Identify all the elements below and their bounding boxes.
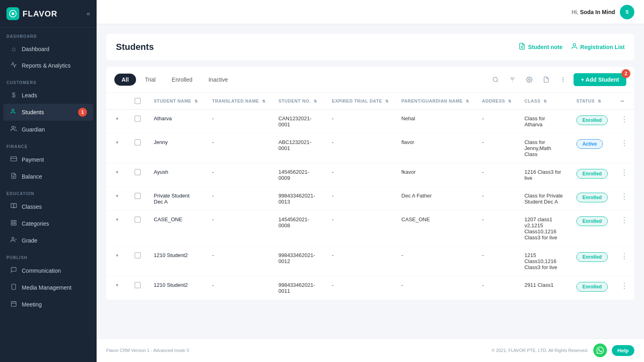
row-menu-button[interactable]: ⋮ [621,192,628,200]
sidebar-item-dashboard[interactable]: ⌂ Dashboard [3,41,93,57]
row-address: - [476,276,518,300]
sidebar-item-grade[interactable]: Grade [3,232,93,249]
sidebar-item-media[interactable]: Media Management [3,280,93,296]
sidebar-item-leads[interactable]: $ Leads [3,88,93,103]
sort-icon: ⇅ [262,99,266,103]
row-parent-guardian: - [395,247,475,276]
sidebar-item-reports[interactable]: Reports & Analytics [3,58,93,74]
expand-icon[interactable]: ▾ [113,193,122,199]
select-all-checkbox[interactable] [134,98,141,104]
table-header-row: STUDENT NAME ⇅ TRANSLATED NAME ⇅ STUDENT… [106,93,634,109]
col-student-name[interactable]: STUDENT NAME ⇅ [147,93,206,109]
help-button[interactable]: Help [612,345,634,356]
sidebar-item-students[interactable]: Students 1 [3,104,93,121]
col-expired-trial[interactable]: EXPIRED TRIAL DATE ⇅ [326,93,395,109]
expand-icon[interactable]: ▾ [113,217,122,222]
sidebar-item-payment[interactable]: Payment [3,152,93,168]
row-menu-button[interactable]: ⋮ [621,216,628,224]
tab-trial[interactable]: Trial [138,74,163,86]
sidebar-item-meeting[interactable]: Meeting [3,296,93,313]
sidebar-item-label: Classes [22,204,42,210]
row-student-name: Jenny [147,134,206,163]
more-options-button[interactable] [557,73,570,86]
settings-button[interactable] [523,73,536,86]
row-address: - [476,187,518,211]
expand-icon[interactable]: ▾ [113,116,122,121]
col-class[interactable]: CLASS ⇅ [518,93,570,109]
sort-icon: ⇅ [508,99,512,103]
sidebar-item-label: Communication [22,267,61,274]
expand-icon[interactable]: ▾ [113,253,122,258]
row-checkbox[interactable] [134,115,141,122]
svg-rect-10 [14,223,16,225]
row-menu-button[interactable]: ⋮ [621,282,628,290]
row-student-name: Ayush [147,163,206,187]
status-badge: Enrolled [576,282,608,292]
row-status: Enrolled [570,163,614,187]
row-checkbox[interactable] [134,193,141,199]
row-checkbox[interactable] [134,252,141,259]
row-checkbox[interactable] [134,282,141,288]
row-student-no: ABC1232021-0001 [272,134,326,163]
col-address[interactable]: ADDRESS ⇅ [476,93,518,109]
row-checkbox[interactable] [134,216,141,223]
search-button[interactable] [489,73,502,86]
expand-icon[interactable]: ▾ [113,140,122,145]
row-parent-guardian: - [395,276,475,300]
version-label: Flavor CRM Version 1 - Advanced mode 3 [106,348,189,353]
add-student-button[interactable]: + Add Student 2 [574,73,626,86]
sidebar-item-communication[interactable]: Communication [3,263,93,279]
col-status[interactable]: STATUS ⇅ [570,93,614,109]
row-translated-name: - [206,247,272,276]
whatsapp-button[interactable] [593,343,607,357]
row-address: - [476,163,518,187]
topbar-greeting: Hi, Soda In Mind [572,9,615,15]
table-row: ▾ 1210 Student2 - 998433462021-0011 - - … [106,276,634,300]
student-icon [10,108,18,116]
section-label-dashboard: DASHBOARD [0,28,97,41]
col-translated-name[interactable]: TRANSLATED NAME ⇅ [206,93,272,109]
sidebar-item-balance[interactable]: Balance [3,169,93,185]
section-label-customers: CUSTOMERS [0,74,97,87]
row-menu-button[interactable]: ⋮ [621,139,628,147]
tab-all[interactable]: All [114,74,136,86]
row-class: 2911 Class1 [518,276,570,300]
expand-icon[interactable]: ▾ [113,282,122,288]
tab-enrolled[interactable]: Enrolled [165,74,200,86]
col-actions: •• [614,93,634,109]
row-checkbox[interactable] [134,169,141,175]
tab-inactive[interactable]: Inactive [201,74,235,86]
balance-icon [10,173,18,181]
row-student-no: 1454562021-0008 [272,211,326,247]
export-button[interactable] [540,73,553,86]
row-student-no: 998433462021-0011 [272,276,326,300]
collapse-button[interactable]: « [87,10,90,17]
row-menu-button[interactable]: ⋮ [621,252,628,260]
col-parent-guardian[interactable]: PARENT/GUARDIAN NAME ⇅ [395,93,475,109]
sidebar-item-label: Students [22,109,44,115]
logo-icon [6,7,19,20]
row-expired-trial: - [326,109,395,134]
sidebar-item-classes[interactable]: Classes [3,199,93,215]
expand-icon[interactable]: ▾ [113,169,122,175]
row-checkbox[interactable] [134,139,141,146]
registration-list-button[interactable]: Registration List [571,43,625,51]
student-note-button[interactable]: Student note [518,43,563,51]
row-expand-cell: ▾ [106,134,128,163]
row-parent-guardian: CASE_ONE [395,211,475,247]
row-expand-cell: ▾ [106,211,128,247]
section-label-education: EDUCATION [0,185,97,198]
sidebar-item-guardian[interactable]: Guardian [3,121,93,138]
sidebar-item-categories[interactable]: Categories [3,216,93,232]
sidebar: FLAVOR « DASHBOARD ⌂ Dashboard Reports &… [0,0,97,362]
row-expired-trial: - [326,187,395,211]
col-student-no[interactable]: STUDENT NO. ⇅ [272,93,326,109]
svg-point-30 [563,79,564,80]
row-menu-button[interactable]: ⋮ [621,115,628,123]
row-status: Enrolled [570,211,614,247]
status-badge: Enrolled [576,169,608,179]
filter-tabs: All Trial Enrolled Inactive [114,74,486,86]
row-menu-button[interactable]: ⋮ [621,169,628,177]
filter-button[interactable] [506,73,519,86]
status-badge: Enrolled [576,115,608,125]
